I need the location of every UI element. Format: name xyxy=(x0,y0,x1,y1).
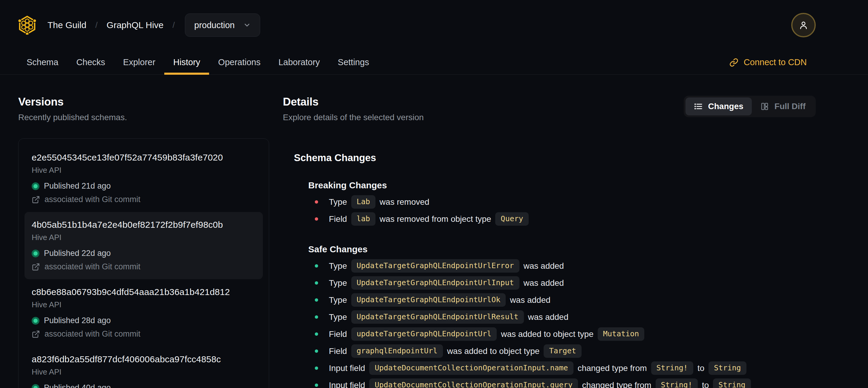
change-text: changed type from xyxy=(578,363,647,373)
published-row: Published 21d ago xyxy=(32,181,256,191)
version-service: Hive API xyxy=(32,367,256,377)
change-text: was added to object type xyxy=(447,347,540,356)
safe-bullet-icon xyxy=(315,316,318,319)
version-item[interactable]: 4b05ab51b1b4a7e2e4b0ef82172f2b9f7ef98c0b… xyxy=(25,212,263,279)
breaking-bullet-icon xyxy=(315,200,318,204)
safe-bullet-icon xyxy=(315,384,318,387)
change-text: Input field xyxy=(329,381,365,388)
change-text: was removed xyxy=(380,197,430,207)
tab-checks[interactable]: Checks xyxy=(67,50,114,74)
code-chip: updateTargetGraphQLEndpointUrl xyxy=(351,327,497,341)
change-row: FieldupdateTargetGraphQLEndpointUrlwas a… xyxy=(308,326,816,342)
git-commit-label: associated with Git commit xyxy=(44,195,141,204)
git-commit-link[interactable]: associated with Git commit xyxy=(32,329,256,339)
published-status-dot xyxy=(32,317,39,325)
breaking-changes-section: Breaking ChangesTypeLabwas removedFieldl… xyxy=(294,180,816,228)
published-status-dot xyxy=(32,384,39,388)
breadcrumb-separator: / xyxy=(173,20,175,30)
header: The Guild / GraphQL Hive / production xyxy=(0,0,868,50)
breadcrumb-project[interactable]: GraphQL Hive xyxy=(106,20,164,30)
tab-operations[interactable]: Operations xyxy=(209,50,270,74)
code-chip: Mutation xyxy=(598,327,644,341)
change-text: Type xyxy=(329,278,347,288)
change-text: Type xyxy=(329,261,347,271)
safe-bullet-icon xyxy=(315,366,318,370)
tab-explorer[interactable]: Explorer xyxy=(114,50,164,74)
change-text: Type xyxy=(329,197,347,207)
details-panel: Details Explore details of the selected … xyxy=(283,96,816,388)
git-commit-link[interactable]: associated with Git commit xyxy=(32,262,256,271)
tab-settings[interactable]: Settings xyxy=(329,50,378,74)
change-text: was added xyxy=(524,278,564,288)
target-selector-value: production xyxy=(194,20,235,30)
version-hash: a823f6db2a55df877dcf406006abca97fcc4858c xyxy=(32,354,256,364)
change-text: was added xyxy=(510,295,550,305)
tab-schema[interactable]: Schema xyxy=(18,50,67,74)
breaking-changes-title: Breaking Changes xyxy=(308,180,816,190)
chevron-down-icon xyxy=(243,21,251,29)
version-item[interactable]: c8b6e88a06793b9c4dfd54aaa21b36a1b421d812… xyxy=(25,279,263,347)
code-chip: UpdateDocumentCollectionOperationInput.n… xyxy=(369,361,573,375)
view-toggle: Changes Full Diff xyxy=(684,96,816,117)
details-subtitle: Explore details of the selected version xyxy=(283,113,424,122)
published-row: Published 22d ago xyxy=(32,249,256,258)
schema-changes-section: Schema Changes Breaking ChangesTypeLabwa… xyxy=(294,152,816,388)
safe-changes-list: TypeUpdateTargetGraphQLEndpointUrlErrorw… xyxy=(308,257,816,388)
details-title: Details xyxy=(283,96,424,108)
version-item[interactable]: e2e55045345ce13fe07f52a77459b83fa3fe7020… xyxy=(25,145,263,212)
connect-to-cdn-label: Connect to CDN xyxy=(744,57,807,67)
version-hash: c8b6e88a06793b9c4dfd54aaa21b36a1b421d812 xyxy=(32,287,256,297)
version-service: Hive API xyxy=(32,166,256,175)
code-chip: UpdateTargetGraphQLEndpointUrlResult xyxy=(351,310,524,324)
breaking-changes-list: TypeLabwas removedFieldlabwas removed fr… xyxy=(308,193,816,228)
connect-to-cdn-button[interactable]: Connect to CDN xyxy=(730,50,807,74)
tab-laboratory[interactable]: Laboratory xyxy=(270,50,329,74)
published-label: Published 28d ago xyxy=(44,316,111,325)
change-text: was added to object type xyxy=(501,329,593,339)
change-row: Fieldlabwas removed from object typeQuer… xyxy=(308,210,816,228)
change-text: Field xyxy=(329,214,347,224)
change-row: Input fieldUpdateDocumentCollectionOpera… xyxy=(308,377,816,388)
published-label: Published 21d ago xyxy=(44,181,111,191)
code-chip: String xyxy=(709,361,746,375)
version-hash: 4b05ab51b1b4a7e2e4b0ef82172f2b9f7ef98c0b xyxy=(32,220,256,230)
change-row: TypeUpdateTargetGraphQLEndpointUrlErrorw… xyxy=(308,257,816,274)
version-hash: e2e55045345ce13fe07f52a77459b83fa3fe7020 xyxy=(32,152,256,162)
git-commit-link[interactable]: associated with Git commit xyxy=(32,195,256,204)
breadcrumb-org[interactable]: The Guild xyxy=(48,20,86,30)
list-icon xyxy=(694,102,703,111)
changes-view-button[interactable]: Changes xyxy=(685,97,752,115)
code-chip: UpdateTargetGraphQLEndpointUrlOk xyxy=(351,293,506,307)
code-chip: lab xyxy=(351,212,375,226)
published-row: Published 40d ago xyxy=(32,383,256,388)
change-text: Type xyxy=(329,295,347,305)
change-text: Field xyxy=(329,329,347,339)
code-chip: graphqlEndpointUrl xyxy=(351,345,443,358)
full-diff-view-button[interactable]: Full Diff xyxy=(752,97,814,115)
published-label: Published 22d ago xyxy=(44,249,111,258)
change-text: to xyxy=(702,381,709,388)
git-commit-label: associated with Git commit xyxy=(44,262,141,271)
version-service: Hive API xyxy=(32,233,256,242)
safe-bullet-icon xyxy=(315,264,318,268)
change-row: FieldgraphqlEndpointUrlwas added to obje… xyxy=(308,342,816,360)
breadcrumb-separator: / xyxy=(95,20,98,30)
code-chip: UpdateDocumentCollectionOperationInput.q… xyxy=(369,379,578,388)
tab-history[interactable]: History xyxy=(164,50,209,74)
target-selector-dropdown[interactable]: production xyxy=(185,13,260,37)
user-avatar[interactable] xyxy=(791,13,816,37)
published-label: Published 40d ago xyxy=(44,383,111,388)
change-row: TypeLabwas removed xyxy=(308,193,816,210)
hive-logo-icon[interactable] xyxy=(18,16,36,35)
full-diff-view-label: Full Diff xyxy=(775,101,806,111)
change-text: was removed from object type xyxy=(380,214,491,224)
version-service: Hive API xyxy=(32,300,256,309)
safe-bullet-icon xyxy=(315,281,318,285)
external-link-icon xyxy=(32,330,40,338)
split-panels-icon xyxy=(760,102,769,111)
link-icon xyxy=(730,58,738,67)
published-row: Published 28d ago xyxy=(32,316,256,325)
version-item[interactable]: a823f6db2a55df877dcf406006abca97fcc4858c… xyxy=(25,347,263,388)
change-row: Input fieldUpdateDocumentCollectionOpera… xyxy=(308,360,816,377)
external-link-icon xyxy=(32,263,40,271)
